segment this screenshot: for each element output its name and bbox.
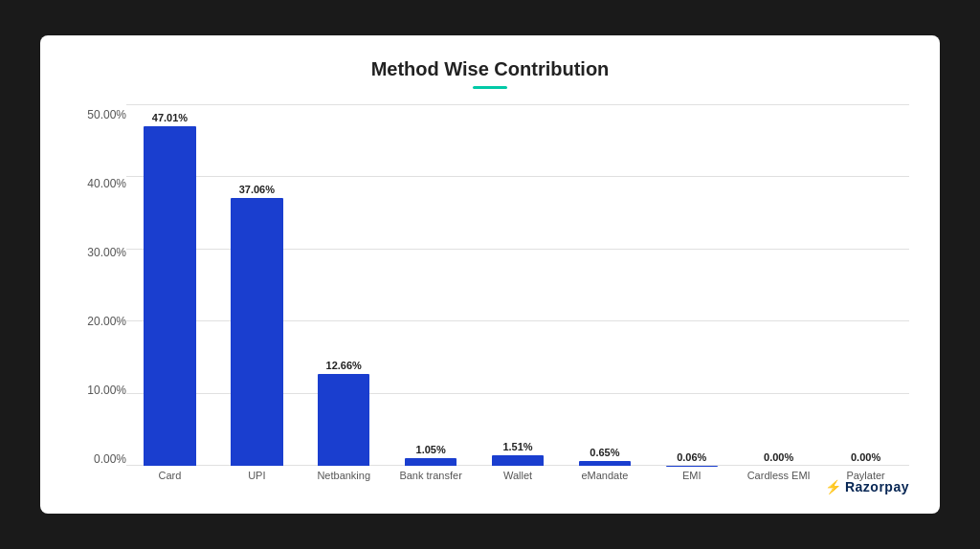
- x-axis-label: Cardless EMI: [735, 470, 822, 482]
- y-axis-label: 10.00%: [87, 384, 126, 397]
- chart-title-area: Method Wise Contribution: [71, 58, 909, 100]
- chart-title: Method Wise Contribution: [71, 58, 909, 80]
- bar-value-label: 0.00%: [764, 451, 793, 463]
- bar-value-label: 37.06%: [239, 184, 275, 195]
- bar-value-label: 12.66%: [326, 360, 362, 371]
- chart-area: 50.00%40.00%30.00%20.00%10.00%0.00% 47.0…: [71, 104, 909, 494]
- bar-group: 12.66%: [301, 104, 388, 466]
- razorpay-brand-name: Razorpay: [845, 479, 909, 494]
- bar: [405, 458, 457, 466]
- bar-value-label: 1.05%: [416, 444, 446, 455]
- bar-group: 1.51%: [475, 104, 562, 466]
- y-axis: 50.00%40.00%30.00%20.00%10.00%0.00%: [71, 104, 126, 494]
- x-axis-label: eMandate: [561, 470, 648, 482]
- bars-row: 47.01%37.06%12.66%1.05%1.51%0.65%0.06%0.…: [126, 104, 909, 466]
- bar-value-label: 1.51%: [502, 441, 532, 452]
- x-axis-label: Bank transfer: [388, 470, 475, 482]
- x-axis-label: Netbanking: [301, 470, 388, 482]
- y-axis-label: 0.00%: [94, 452, 126, 466]
- bar-group: 1.05%: [388, 104, 475, 466]
- bar: [318, 374, 370, 466]
- chart-container: Method Wise Contribution 50.00%40.00%30.…: [40, 35, 940, 514]
- y-axis-label: 40.00%: [87, 177, 126, 190]
- y-axis-label: 50.00%: [87, 108, 126, 121]
- x-axis-label: Card: [126, 470, 213, 482]
- x-axis-label: UPI: [213, 470, 301, 482]
- bar-group: 47.01%: [126, 104, 213, 466]
- bar-group: 0.00%: [822, 104, 909, 466]
- bar-group: 0.06%: [648, 104, 735, 466]
- grid-and-bars: 47.01%37.06%12.66%1.05%1.51%0.65%0.06%0.…: [126, 104, 909, 466]
- bar: [144, 126, 196, 466]
- razorpay-logo: ⚡ Razorpay: [825, 479, 909, 494]
- x-axis-label: Wallet: [475, 470, 562, 482]
- bar-value-label: 47.01%: [152, 112, 188, 123]
- y-axis-label: 20.00%: [87, 315, 126, 328]
- bar: [579, 461, 632, 466]
- bar: [492, 455, 545, 466]
- bar-value-label: 0.65%: [590, 447, 619, 458]
- bar-group: 37.06%: [213, 104, 301, 466]
- bar-value-label: 0.06%: [677, 451, 706, 463]
- chart-inner: 47.01%37.06%12.66%1.05%1.51%0.65%0.06%0.…: [126, 104, 909, 494]
- bar-group: 0.00%: [735, 104, 822, 466]
- x-axis: CardUPINetbankingBank transferWalleteMan…: [126, 466, 909, 494]
- y-axis-label: 30.00%: [87, 246, 126, 259]
- bar-value-label: 0.00%: [851, 451, 880, 463]
- razorpay-icon: ⚡: [825, 479, 841, 494]
- title-underline: [473, 86, 507, 89]
- x-axis-label: EMI: [648, 470, 735, 482]
- bar: [231, 198, 283, 466]
- bar-group: 0.65%: [561, 104, 648, 466]
